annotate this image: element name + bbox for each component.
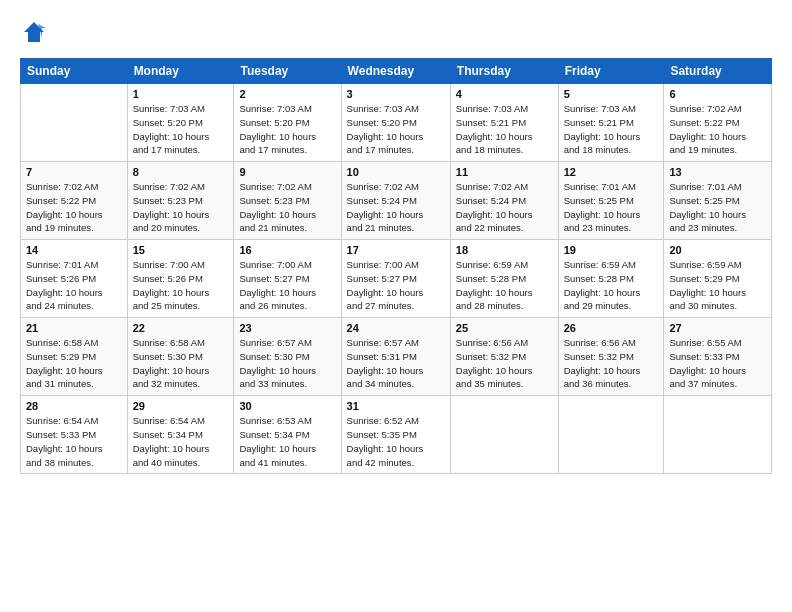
- day-number: 2: [239, 88, 335, 100]
- weekday-header-tuesday: Tuesday: [234, 59, 341, 84]
- day-info: Sunrise: 7:02 AMSunset: 5:23 PMDaylight:…: [239, 180, 335, 235]
- calendar-week-row: 1Sunrise: 7:03 AMSunset: 5:20 PMDaylight…: [21, 84, 772, 162]
- day-number: 8: [133, 166, 229, 178]
- calendar-cell: 20Sunrise: 6:59 AMSunset: 5:29 PMDayligh…: [664, 240, 772, 318]
- day-number: 17: [347, 244, 445, 256]
- calendar-cell: 16Sunrise: 7:00 AMSunset: 5:27 PMDayligh…: [234, 240, 341, 318]
- day-number: 16: [239, 244, 335, 256]
- calendar-cell: 19Sunrise: 6:59 AMSunset: 5:28 PMDayligh…: [558, 240, 664, 318]
- calendar-cell: 3Sunrise: 7:03 AMSunset: 5:20 PMDaylight…: [341, 84, 450, 162]
- day-info: Sunrise: 7:03 AMSunset: 5:20 PMDaylight:…: [347, 102, 445, 157]
- day-info: Sunrise: 7:02 AMSunset: 5:23 PMDaylight:…: [133, 180, 229, 235]
- header: [20, 18, 772, 46]
- day-number: 13: [669, 166, 766, 178]
- day-info: Sunrise: 6:54 AMSunset: 5:33 PMDaylight:…: [26, 414, 122, 469]
- calendar-week-row: 28Sunrise: 6:54 AMSunset: 5:33 PMDayligh…: [21, 396, 772, 474]
- calendar-cell: 12Sunrise: 7:01 AMSunset: 5:25 PMDayligh…: [558, 162, 664, 240]
- day-number: 12: [564, 166, 659, 178]
- calendar-cell: 28Sunrise: 6:54 AMSunset: 5:33 PMDayligh…: [21, 396, 128, 474]
- calendar-cell: 5Sunrise: 7:03 AMSunset: 5:21 PMDaylight…: [558, 84, 664, 162]
- calendar-cell: 30Sunrise: 6:53 AMSunset: 5:34 PMDayligh…: [234, 396, 341, 474]
- day-info: Sunrise: 7:01 AMSunset: 5:26 PMDaylight:…: [26, 258, 122, 313]
- calendar-cell: [21, 84, 128, 162]
- day-info: Sunrise: 6:57 AMSunset: 5:31 PMDaylight:…: [347, 336, 445, 391]
- calendar-cell: 8Sunrise: 7:02 AMSunset: 5:23 PMDaylight…: [127, 162, 234, 240]
- day-number: 7: [26, 166, 122, 178]
- page: SundayMondayTuesdayWednesdayThursdayFrid…: [0, 0, 792, 484]
- calendar-cell: [450, 396, 558, 474]
- calendar-cell: 29Sunrise: 6:54 AMSunset: 5:34 PMDayligh…: [127, 396, 234, 474]
- day-info: Sunrise: 7:03 AMSunset: 5:21 PMDaylight:…: [456, 102, 553, 157]
- calendar-cell: 2Sunrise: 7:03 AMSunset: 5:20 PMDaylight…: [234, 84, 341, 162]
- day-number: 6: [669, 88, 766, 100]
- day-info: Sunrise: 6:57 AMSunset: 5:30 PMDaylight:…: [239, 336, 335, 391]
- calendar-cell: 24Sunrise: 6:57 AMSunset: 5:31 PMDayligh…: [341, 318, 450, 396]
- day-info: Sunrise: 7:02 AMSunset: 5:24 PMDaylight:…: [347, 180, 445, 235]
- day-number: 22: [133, 322, 229, 334]
- calendar-cell: 21Sunrise: 6:58 AMSunset: 5:29 PMDayligh…: [21, 318, 128, 396]
- day-info: Sunrise: 7:02 AMSunset: 5:22 PMDaylight:…: [26, 180, 122, 235]
- day-number: 23: [239, 322, 335, 334]
- calendar-cell: 15Sunrise: 7:00 AMSunset: 5:26 PMDayligh…: [127, 240, 234, 318]
- day-info: Sunrise: 7:02 AMSunset: 5:22 PMDaylight:…: [669, 102, 766, 157]
- day-info: Sunrise: 6:59 AMSunset: 5:28 PMDaylight:…: [456, 258, 553, 313]
- day-info: Sunrise: 6:53 AMSunset: 5:34 PMDaylight:…: [239, 414, 335, 469]
- day-number: 14: [26, 244, 122, 256]
- calendar-cell: 10Sunrise: 7:02 AMSunset: 5:24 PMDayligh…: [341, 162, 450, 240]
- day-number: 27: [669, 322, 766, 334]
- calendar-cell: 25Sunrise: 6:56 AMSunset: 5:32 PMDayligh…: [450, 318, 558, 396]
- day-number: 20: [669, 244, 766, 256]
- day-number: 28: [26, 400, 122, 412]
- day-info: Sunrise: 7:03 AMSunset: 5:20 PMDaylight:…: [133, 102, 229, 157]
- day-number: 4: [456, 88, 553, 100]
- day-number: 24: [347, 322, 445, 334]
- calendar-cell: 11Sunrise: 7:02 AMSunset: 5:24 PMDayligh…: [450, 162, 558, 240]
- calendar-cell: 13Sunrise: 7:01 AMSunset: 5:25 PMDayligh…: [664, 162, 772, 240]
- calendar-cell: [664, 396, 772, 474]
- day-number: 10: [347, 166, 445, 178]
- calendar-week-row: 14Sunrise: 7:01 AMSunset: 5:26 PMDayligh…: [21, 240, 772, 318]
- day-number: 25: [456, 322, 553, 334]
- calendar-cell: 6Sunrise: 7:02 AMSunset: 5:22 PMDaylight…: [664, 84, 772, 162]
- weekday-header-saturday: Saturday: [664, 59, 772, 84]
- day-info: Sunrise: 6:56 AMSunset: 5:32 PMDaylight:…: [456, 336, 553, 391]
- weekday-header-sunday: Sunday: [21, 59, 128, 84]
- calendar-cell: 26Sunrise: 6:56 AMSunset: 5:32 PMDayligh…: [558, 318, 664, 396]
- day-info: Sunrise: 6:56 AMSunset: 5:32 PMDaylight:…: [564, 336, 659, 391]
- day-info: Sunrise: 7:00 AMSunset: 5:26 PMDaylight:…: [133, 258, 229, 313]
- day-number: 5: [564, 88, 659, 100]
- calendar-cell: [558, 396, 664, 474]
- day-number: 3: [347, 88, 445, 100]
- day-number: 15: [133, 244, 229, 256]
- day-number: 21: [26, 322, 122, 334]
- day-info: Sunrise: 7:03 AMSunset: 5:20 PMDaylight:…: [239, 102, 335, 157]
- day-info: Sunrise: 6:59 AMSunset: 5:29 PMDaylight:…: [669, 258, 766, 313]
- day-info: Sunrise: 7:00 AMSunset: 5:27 PMDaylight:…: [347, 258, 445, 313]
- weekday-header-row: SundayMondayTuesdayWednesdayThursdayFrid…: [21, 59, 772, 84]
- day-number: 11: [456, 166, 553, 178]
- day-info: Sunrise: 6:54 AMSunset: 5:34 PMDaylight:…: [133, 414, 229, 469]
- day-info: Sunrise: 6:52 AMSunset: 5:35 PMDaylight:…: [347, 414, 445, 469]
- day-number: 19: [564, 244, 659, 256]
- logo-icon: [20, 18, 48, 46]
- weekday-header-thursday: Thursday: [450, 59, 558, 84]
- day-number: 1: [133, 88, 229, 100]
- calendar-week-row: 21Sunrise: 6:58 AMSunset: 5:29 PMDayligh…: [21, 318, 772, 396]
- day-info: Sunrise: 7:00 AMSunset: 5:27 PMDaylight:…: [239, 258, 335, 313]
- weekday-header-monday: Monday: [127, 59, 234, 84]
- calendar-cell: 23Sunrise: 6:57 AMSunset: 5:30 PMDayligh…: [234, 318, 341, 396]
- day-info: Sunrise: 7:01 AMSunset: 5:25 PMDaylight:…: [564, 180, 659, 235]
- calendar-table: SundayMondayTuesdayWednesdayThursdayFrid…: [20, 58, 772, 474]
- day-number: 26: [564, 322, 659, 334]
- calendar-cell: 17Sunrise: 7:00 AMSunset: 5:27 PMDayligh…: [341, 240, 450, 318]
- calendar-cell: 7Sunrise: 7:02 AMSunset: 5:22 PMDaylight…: [21, 162, 128, 240]
- day-number: 30: [239, 400, 335, 412]
- day-number: 18: [456, 244, 553, 256]
- weekday-header-wednesday: Wednesday: [341, 59, 450, 84]
- weekday-header-friday: Friday: [558, 59, 664, 84]
- day-number: 9: [239, 166, 335, 178]
- calendar-cell: 1Sunrise: 7:03 AMSunset: 5:20 PMDaylight…: [127, 84, 234, 162]
- day-info: Sunrise: 7:01 AMSunset: 5:25 PMDaylight:…: [669, 180, 766, 235]
- calendar-week-row: 7Sunrise: 7:02 AMSunset: 5:22 PMDaylight…: [21, 162, 772, 240]
- day-info: Sunrise: 6:58 AMSunset: 5:30 PMDaylight:…: [133, 336, 229, 391]
